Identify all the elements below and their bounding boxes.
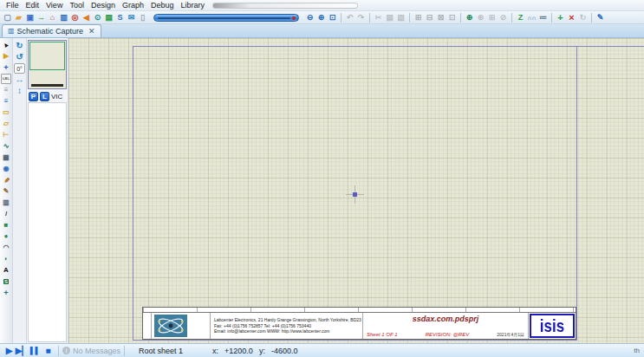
wire-autorouter-button[interactable]: Z <box>515 12 526 23</box>
marker-mode-button[interactable]: + <box>1 288 11 298</box>
import-project-button[interactable]: → <box>36 12 47 23</box>
sheet-border-bottom <box>133 340 577 341</box>
library-button[interactable]: L <box>40 92 49 101</box>
terminal-mode-button[interactable]: ▱ <box>1 119 11 129</box>
menu-tool[interactable]: Tool <box>66 0 88 11</box>
pick-devices-button[interactable]: P <box>29 92 38 101</box>
bill-of-materials-button[interactable]: S <box>114 12 126 23</box>
zoom-in-button[interactable]: ⊕ <box>315 12 327 23</box>
buses-mode-button[interactable]: ≡ <box>1 96 11 107</box>
messages-glyph: ✉ <box>128 14 135 22</box>
2d-circle-mode-button[interactable]: ● <box>1 231 11 242</box>
component-mode-button[interactable]: ▶ <box>1 51 11 62</box>
zoom-slider[interactable] <box>153 14 299 22</box>
cut-button[interactable]: ✂ <box>373 12 384 23</box>
packaging-tool-button[interactable]: ⊞ <box>486 12 498 23</box>
text-script-mode-button[interactable]: ≡ <box>1 85 11 95</box>
pcb-layout-button[interactable]: ◎ <box>69 12 81 23</box>
wire-label-mode-glyph: LBL <box>3 77 10 81</box>
current-probe-mode-button[interactable]: ✎ <box>1 186 11 197</box>
remove-sheet-button[interactable]: × <box>566 12 577 23</box>
junction-dot-mode-button[interactable]: + <box>1 62 11 73</box>
tape-recorder-mode-button[interactable]: ▦ <box>1 153 11 163</box>
gerber-viewer-button[interactable]: ⊙ <box>92 12 103 23</box>
new-project-button[interactable]: ▢ <box>2 12 13 23</box>
wire-label-mode-button[interactable]: LBL <box>1 74 11 84</box>
paste-button[interactable]: ▧ <box>395 12 407 23</box>
menu-design[interactable]: Design <box>88 0 119 11</box>
subcircuit-mode-button[interactable]: ▭ <box>1 107 11 118</box>
rotate-clockwise-button[interactable]: ↻ <box>14 41 25 51</box>
generator-mode-glyph: ◉ <box>3 166 10 172</box>
electrical-rule-check-button[interactable]: ✎ <box>595 12 606 23</box>
selection-mode-button[interactable]: ▲ <box>1 40 11 50</box>
decompose-button[interactable]: ⊘ <box>498 12 509 23</box>
block-delete-button[interactable]: ⊡ <box>446 12 458 23</box>
property-assignment-button[interactable]: ≔ <box>537 12 549 23</box>
save-project-button[interactable]: ▣ <box>24 12 36 23</box>
search-tag-button[interactable]: ∩∩ <box>526 12 537 23</box>
block-copy-button[interactable]: ⊞ <box>413 12 424 23</box>
menu-graph[interactable]: Graph <box>119 0 147 11</box>
y-value: -4600.0 <box>271 347 298 355</box>
generator-mode-button[interactable]: ◉ <box>1 164 11 174</box>
mirror-horizontal-button[interactable]: ↔ <box>14 75 25 85</box>
pause-button[interactable]: ▌▌ <box>29 345 42 356</box>
exit-to-parent-button[interactable]: ↻ <box>577 12 589 23</box>
tab-schematic-capture[interactable]: ▥ Schematic Capture ✕ <box>2 24 101 37</box>
2d-text-mode-button[interactable]: A <box>1 265 11 276</box>
device-list[interactable] <box>28 102 67 342</box>
notes-button[interactable]: ▯ <box>137 12 148 23</box>
step-button[interactable]: ▶▏ <box>16 345 29 356</box>
copy-button[interactable]: ▤ <box>384 12 395 23</box>
graph-mode-button[interactable]: ∿ <box>1 141 11 152</box>
zoom-area-button[interactable]: ⊡ <box>327 12 338 23</box>
mirror-vertical-button[interactable]: ↕ <box>14 86 25 96</box>
2d-symbol-mode-glyph: S <box>3 279 9 284</box>
2d-arc-mode-button[interactable]: ◠ <box>1 243 11 253</box>
device-pin-mode-button[interactable]: ⊢ <box>1 130 11 140</box>
junction-dot-mode-glyph: + <box>3 64 8 72</box>
menu-debug[interactable]: Debug <box>147 0 178 11</box>
make-device-glyph: ⊛ <box>478 14 485 22</box>
zoom-out-button[interactable]: ⊖ <box>304 12 315 23</box>
tab-close-icon[interactable]: ✕ <box>88 28 95 36</box>
block-move-button[interactable]: ⊟ <box>424 12 435 23</box>
block-rotate-button[interactable]: ⊠ <box>435 12 446 23</box>
schematic-capture-button[interactable]: ▥ <box>58 12 69 23</box>
undo-button[interactable]: ↶ <box>344 12 355 23</box>
menu-edit[interactable]: Edit <box>23 0 43 11</box>
play-glyph: ▶ <box>6 347 13 355</box>
virtual-instruments-mode-button[interactable]: ▥ <box>1 198 11 208</box>
overview-minimap[interactable] <box>28 40 67 89</box>
open-project-button[interactable]: ▰ <box>13 12 24 23</box>
redo-button[interactable]: ↷ <box>355 12 367 23</box>
3d-visualizer-button[interactable]: ◀ <box>81 12 92 23</box>
new-sheet-button[interactable]: + <box>555 12 566 23</box>
design-explorer-button[interactable]: ▤ <box>103 12 114 23</box>
labcenter-logo <box>152 313 190 339</box>
schematic-tab-icon: ▥ <box>8 28 15 35</box>
decompose-glyph: ⊘ <box>500 14 507 22</box>
rotate-anticlockwise-button[interactable]: ↺ <box>14 52 25 62</box>
schematic-canvas[interactable]: Labcenter Electronics, 21 Hardy Grange G… <box>68 38 644 343</box>
2d-symbol-mode-button[interactable]: S <box>1 276 11 287</box>
undo-glyph: ↶ <box>347 14 354 22</box>
menu-library[interactable]: Library <box>177 0 208 11</box>
play-button[interactable]: ▶ <box>3 345 16 356</box>
menu-view[interactable]: View <box>42 0 66 11</box>
voltage-probe-mode-button[interactable]: ✎ <box>1 175 11 185</box>
2d-path-mode-button[interactable]: ◗ <box>1 254 11 264</box>
messages-button[interactable]: ✉ <box>126 12 137 23</box>
menu-file[interactable]: File <box>3 0 23 11</box>
import-project-glyph: → <box>37 14 45 22</box>
info-icon: i <box>62 347 70 354</box>
2d-box-mode-button[interactable]: ■ <box>1 220 11 230</box>
make-device-button[interactable]: ⊛ <box>475 12 486 23</box>
stop-button[interactable]: ■ <box>42 345 55 356</box>
2d-line-mode-button[interactable]: / <box>1 209 11 219</box>
toolbar-separator <box>369 13 370 23</box>
pick-parts-button[interactable]: ⊕ <box>464 12 475 23</box>
home-page-button[interactable]: ⌂ <box>47 12 58 23</box>
pick-parts-glyph: ⊕ <box>466 14 473 22</box>
